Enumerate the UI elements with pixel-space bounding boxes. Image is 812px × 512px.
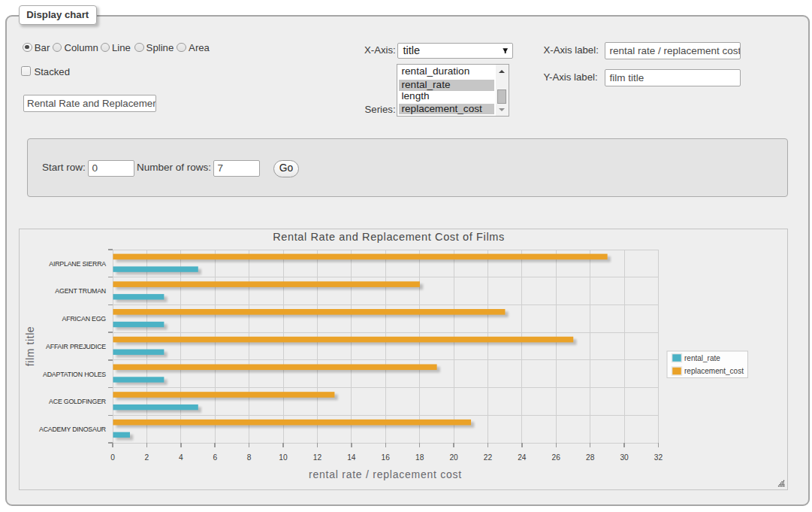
svg-text:ACADEMY DINOSAUR: ACADEMY DINOSAUR — [39, 426, 106, 433]
svg-text:26: 26 — [552, 453, 561, 461]
svg-text:AFRICAN EGG: AFRICAN EGG — [62, 315, 107, 323]
svg-text:0: 0 — [110, 453, 115, 461]
svg-text:14: 14 — [347, 453, 356, 461]
svg-text:30: 30 — [620, 453, 629, 461]
svg-text:24: 24 — [518, 453, 527, 461]
svg-text:rental rate / replacement cost: rental rate / replacement cost — [309, 468, 462, 480]
svg-text:32: 32 — [654, 453, 663, 461]
svg-text:16: 16 — [382, 453, 391, 461]
svg-text:4: 4 — [179, 453, 183, 461]
svg-text:8: 8 — [247, 453, 252, 461]
svg-text:10: 10 — [279, 453, 288, 461]
svg-text:6: 6 — [213, 453, 217, 461]
svg-text:film title: film title — [24, 326, 36, 365]
svg-text:ACE GOLDFINGER: ACE GOLDFINGER — [49, 398, 106, 405]
svg-text:22: 22 — [484, 453, 493, 461]
svg-text:AFFAIR PREJUDICE: AFFAIR PREJUDICE — [46, 342, 106, 350]
svg-text:12: 12 — [313, 453, 322, 461]
svg-text:2: 2 — [145, 453, 149, 461]
svg-text:AGENT TRUMAN: AGENT TRUMAN — [55, 287, 106, 295]
svg-text:rental_rate: rental_rate — [684, 353, 720, 362]
svg-text:ADAPTATION HOLES: ADAPTATION HOLES — [43, 370, 106, 377]
svg-text:AIRPLANE SIERRA: AIRPLANE SIERRA — [49, 259, 106, 267]
svg-text:18: 18 — [415, 453, 424, 461]
svg-text:Rental Rate and Replacement Co: Rental Rate and Replacement Cost of Film… — [273, 231, 505, 243]
svg-text:20: 20 — [449, 453, 458, 461]
svg-text:28: 28 — [586, 453, 595, 461]
svg-text:replacement_cost: replacement_cost — [684, 367, 744, 375]
